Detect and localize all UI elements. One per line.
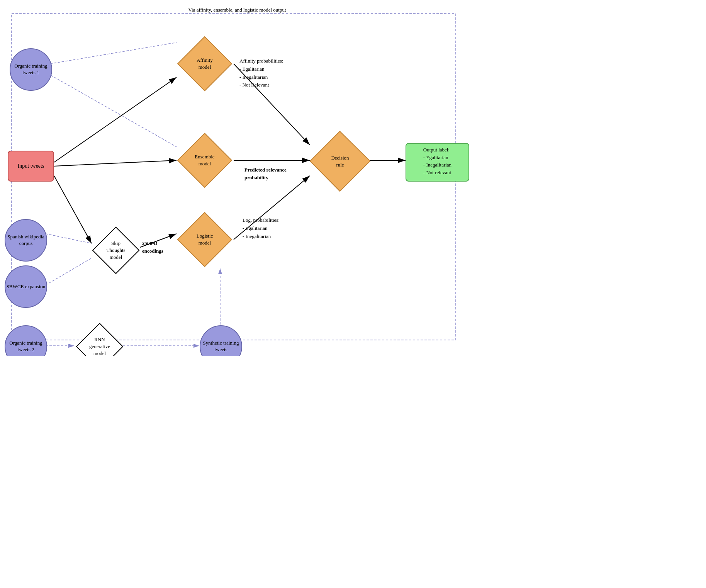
diagram-svg	[0, 0, 474, 356]
diagram: Via affinity, ensemble, and logistic mod…	[0, 0, 474, 356]
svg-line-10	[54, 77, 176, 162]
skip-thoughts-model: SkipThoughtsmodel	[91, 225, 141, 275]
affinity-probs-label: Affinity probabilities: - Egalitarian - …	[239, 57, 283, 89]
output-label: Output label: - Egalitarian - Inegalitar…	[406, 143, 469, 182]
top-annotation: Via affinity, ensemble, and logistic mod…	[188, 7, 286, 13]
svg-line-3	[50, 42, 176, 64]
decision-rule: Decisionrule	[308, 129, 372, 193]
sbwce-expansion: SBWCE expansion	[5, 265, 47, 308]
log-probs-label: Log. probabilities: - Egalitarian - Ineg…	[243, 216, 280, 240]
rnn-generative-model: RNNgenerativemodel	[75, 321, 125, 356]
spanish-wiki: Spanish wikipedia corpus	[5, 219, 47, 262]
ensemble-model: Ensemblemodel	[176, 131, 234, 189]
affinity-model: Affinitymodel	[176, 35, 234, 93]
svg-rect-2	[12, 14, 456, 340]
svg-line-12	[54, 176, 92, 243]
organic-tweets-1: Organic training tweets 1	[10, 48, 52, 91]
svg-line-6	[46, 258, 92, 285]
input-tweets: Input tweets	[8, 151, 54, 182]
svg-line-11	[54, 160, 176, 166]
svg-line-4	[51, 75, 176, 147]
svg-line-5	[46, 234, 92, 243]
logistic-model: Logisticmodel	[176, 211, 234, 269]
predicted-relevance-label: Predicted relevanceprobability	[244, 166, 287, 181]
encodings-label: 2500-Dencodings	[142, 240, 163, 255]
